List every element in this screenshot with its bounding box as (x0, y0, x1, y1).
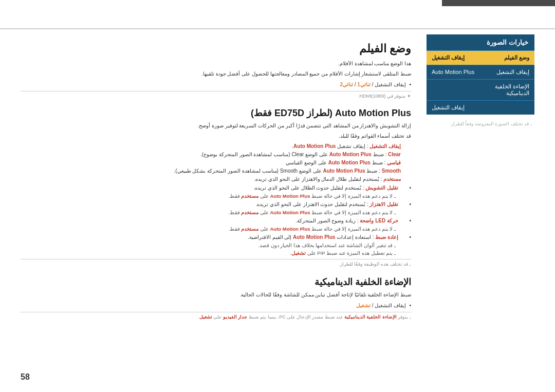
section2-title-text: Auto Motion Plus (لطراز ED75D فقط) (251, 108, 411, 118)
reset-label: إعادة ضبط (375, 234, 398, 240)
item-clear-rest: على الوضع Clear (مناسب لمشاهدة الصور الم… (200, 152, 328, 157)
reset-sub2-on: تشغيل (291, 250, 306, 256)
sub1-item: تقليل التشويش : يُستخدم لتقليل حدوث الظل… (21, 183, 411, 192)
sidebar-row-1[interactable]: إيقاف التشغيل وضع الفيلم (427, 50, 534, 65)
section1-note1: ✦ متوفر في HDMI(1080i). (21, 91, 411, 100)
item-standard-amp: Auto Motion Plus (328, 160, 371, 165)
led-note-custom: مستخدم (241, 226, 258, 232)
sidebar-row2-right: إيقاف التشغيل (480, 65, 534, 79)
item-smooth-rest: على الوضع Smooth (مناسب لمشاهدة الصور ال… (174, 168, 322, 174)
item-custom-text: : يُستخدم لتقليل ظلال الدمال والاهتزاز ع… (254, 176, 382, 182)
reset-sub2: ـ يتم تعطيل هذه الميزة عند ضبط PIP على ت… (21, 249, 411, 257)
section3-bullet1: إيقاف التشغيل / تشغيل (21, 301, 411, 310)
sidebar-note: ـ قد تختلف الصورة المعروضة وفقاً للطراز. (427, 119, 534, 129)
sidebar-row-3b[interactable]: إيقاف التشغيل (427, 100, 534, 115)
sidebar-row-3[interactable]: الإضاءة الخلفية الديناميكية (427, 79, 534, 100)
section3-on: تشغيل (356, 303, 371, 308)
sidebar: خيارات الصورة إيقاف التشغيل وضع الفيلم A… (421, 29, 534, 392)
item-standard-label: قياسي (387, 160, 401, 165)
section1-bullet1: إيقاف التشغيل / ثنائي1 / ثنائي2 (21, 80, 411, 89)
section1-para2: ضبط المتلقى لاستشعار إشارات الأفلام من ج… (21, 70, 411, 78)
sub1-text: : يُستخدم لتقليل حدوث الظلال على النحو ا… (254, 185, 364, 191)
led-note-amp: Auto Motion Plus (270, 226, 310, 232)
sub2-item: تقليل الاهتزاز : يُستخدم لتقليل حدوث الا… (21, 200, 411, 209)
reset-item: إعادة ضبط : استعادة إعدادات Auto Motion … (21, 233, 411, 241)
sub2-note-amp: Auto Motion Plus (270, 210, 310, 215)
section3-bullet1-text: إيقاف التشغيل / تشغيل (356, 303, 406, 308)
page-container: وضع الفيلم هذا الوضع مناسب لمشاهدة الأفل… (0, 0, 555, 392)
reset-text: : استعادة إعدادات Auto Motion Plus إلى ا… (248, 234, 374, 240)
section2-para1: إزالة التشويش والاهتزاز من المشاهد التي … (21, 122, 411, 130)
item-clear-amp: Auto Motion Plus (329, 152, 372, 157)
sub1-title: تقليل التشويش (365, 185, 398, 191)
section2-para2: قد تختلف أسماء القوائم وفقًا للبلد. (21, 132, 411, 140)
sidebar-row3-right: الإضاءة الخلفية الديناميكية (480, 80, 534, 100)
sidebar-row1-left: إيقاف التشغيل (427, 51, 480, 65)
section3-title: الإضاءة الخلفية الديناميكية (21, 276, 411, 288)
sidebar-row3-left (427, 80, 480, 100)
item-standard-text: : ضبط (371, 160, 385, 165)
item-clear-text: : ضبط (372, 152, 386, 157)
page-number: 58 (21, 372, 30, 382)
section3-note-wall: جدار الفيديو (223, 314, 248, 320)
item-custom: مستخدم : يُستخدم لتقليل ظلال الدمال والا… (21, 175, 411, 183)
sidebar-row1-right: وضع الفيلم (480, 51, 534, 65)
sub1-note: ـ لا يتم دعم هذه الميزة إلا في حالة ضبط … (21, 192, 411, 200)
sub2-text: : يُستخدم لتقليل حدوث الاهتزاز على النحو… (256, 201, 368, 207)
item-clear-label: Clear (388, 152, 401, 157)
sub2-note: ـ لا يتم دعم هذه الميزة إلا في حالة ضبط … (21, 209, 411, 216)
reset-amp: Auto Motion Plus (293, 234, 335, 240)
item-off-label: إيقاف التشغيل (369, 143, 401, 149)
item-standard-rest: على الوضع القياسي (286, 160, 327, 165)
sub1-note-amp: Auto Motion Plus (270, 193, 310, 199)
sub2-title: تقليل الاهتزاز (369, 201, 398, 207)
sidebar-panel: خيارات الصورة إيقاف التشغيل وضع الفيلم A… (427, 34, 534, 115)
led-note: ـ لا يتم دعم هذه الميزة إلا في حالة ضبط … (21, 225, 411, 233)
item-smooth-amp: Auto Motion Plus (323, 168, 365, 174)
item-off-text: : إيقاف تشغيل (336, 143, 368, 149)
section3-note-highlight: الإضاءة الخلفية الديناميكية (344, 314, 397, 320)
sidebar-row2-left: Auto Motion Plus (427, 65, 480, 79)
sub2-note-custom: مستخدم (241, 210, 258, 215)
led-label: حركة LED واضحة (360, 218, 398, 223)
section1-bullet1-text: إيقاف التشغيل / ثنائي1 / ثنائي2 (340, 82, 406, 87)
item-off: إيقاف التشغيل : إيقاف تشغيل Auto Motion … (21, 142, 411, 151)
led-text: : زيادة وضوح الصور المتحركة. (295, 218, 359, 223)
item-smooth: Smooth : ضبط Auto Motion Plus على الوضع … (21, 167, 411, 175)
sidebar-row3b-right (480, 101, 534, 115)
top-right-bar (442, 0, 555, 6)
item-off-amp: Auto Motion Plus (293, 143, 336, 149)
section1-title: وضع الفيلم (21, 42, 411, 55)
item-clear: Clear : ضبط Auto Motion Plus على الوضع C… (21, 151, 411, 159)
reset-sub1: ـ قد تتغير ألوان الشاشة عند استخدامها بخ… (21, 241, 411, 249)
sidebar-row3b-left: إيقاف التشغيل (427, 101, 480, 115)
led-item: حركة LED واضحة : زيادة وضوح الصور المتحر… (21, 216, 411, 225)
section3-note1: ـ يتوفر الإضاءة الخلفية الديناميكية عند … (21, 312, 411, 321)
item-smooth-text: : ضبط (365, 168, 380, 174)
item-custom-label: مستخدم (383, 176, 401, 182)
section3-para1: ضبط الإضاءة الخلفية تلقائيًا لإتاحة أفضل… (21, 291, 411, 299)
section3-note-on: تشغيل (199, 314, 212, 320)
item-smooth-label: Smooth (382, 168, 401, 174)
section1-para1: هذا الوضع مناسب لمشاهدة الأفلام. (21, 60, 411, 68)
main-content: وضع الفيلم هذا الوضع مناسب لمشاهدة الأفل… (21, 29, 421, 392)
section2-note-bottom: ـ قد تختلف هذه الوظيفة وفقًا للطراز. (21, 259, 411, 268)
content-area: وضع الفيلم هذا الوضع مناسب لمشاهدة الأفل… (0, 29, 555, 392)
section2-title: Auto Motion Plus (لطراز ED75D فقط) (21, 107, 411, 119)
item-standard: قياسي : ضبط Auto Motion Plus على الوضع ا… (21, 159, 411, 167)
sidebar-header: خيارات الصورة (427, 34, 534, 50)
sub1-note-custom: مستخدم (241, 193, 258, 199)
sidebar-row-2[interactable]: Auto Motion Plus إيقاف التشغيل (427, 65, 534, 79)
